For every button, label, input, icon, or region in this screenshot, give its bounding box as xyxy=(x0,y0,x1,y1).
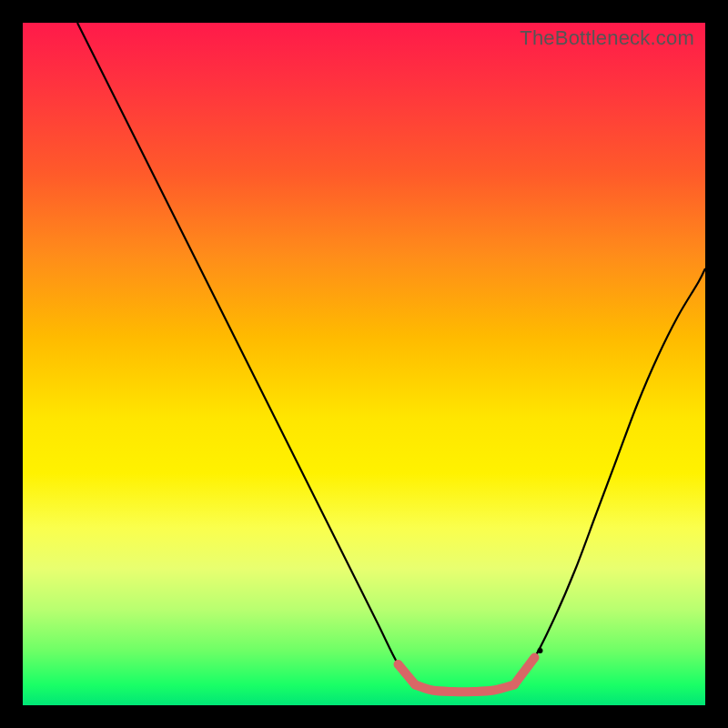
point-marker-right xyxy=(531,654,539,662)
point-marker-left xyxy=(395,661,402,668)
series-left-branch xyxy=(77,23,415,685)
point-marker-dot xyxy=(538,648,543,653)
series-floor-highlight xyxy=(415,685,514,693)
chart-frame: TheBottleneck.com xyxy=(0,0,728,728)
series-right-highlight xyxy=(514,658,535,685)
series-right-branch xyxy=(514,268,705,685)
plot-area: TheBottleneck.com xyxy=(23,23,705,705)
chart-svg xyxy=(23,23,705,705)
